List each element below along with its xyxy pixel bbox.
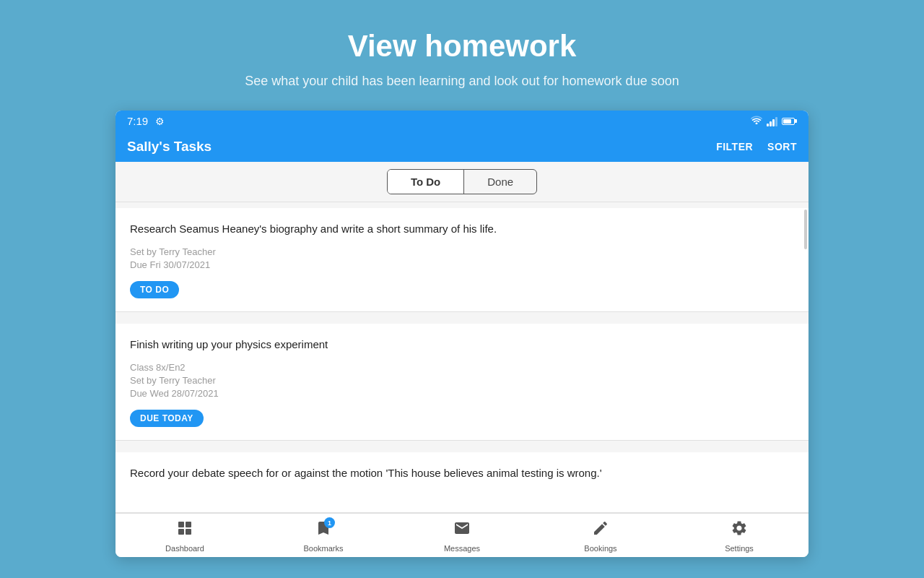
messages-icon	[453, 519, 471, 541]
battery-icon	[782, 118, 797, 125]
bookmarks-label: Bookmarks	[303, 544, 343, 553]
page-title: View homework	[245, 29, 679, 64]
bookmarks-badge: 1	[324, 517, 335, 528]
task-list: Research Seamus Heaney's biography and w…	[116, 202, 808, 513]
status-bar-left: 7:19 ⚙	[127, 115, 165, 127]
settings-icon	[731, 519, 748, 541]
status-time: 7:19	[127, 115, 148, 127]
nav-bookmarks[interactable]: 1 Bookmarks	[295, 519, 352, 553]
app-bar: Sally's Tasks FILTER SORT	[116, 131, 808, 162]
svg-rect-0	[178, 522, 184, 527]
svg-rect-1	[186, 522, 191, 527]
phone-mockup: 7:19 ⚙	[116, 111, 808, 557]
status-bar: 7:19 ⚙	[116, 111, 808, 131]
tab-bar: To Do Done	[116, 162, 808, 202]
wifi-icon	[751, 116, 762, 126]
task-card-3: Record your debate speech for or against…	[116, 452, 808, 513]
messages-label: Messages	[444, 544, 480, 553]
svg-rect-2	[178, 529, 184, 535]
tab-todo[interactable]: To Do	[388, 170, 464, 194]
filter-button[interactable]: FILTER	[716, 141, 753, 152]
sort-button[interactable]: SORT	[767, 141, 797, 152]
task-1-title: Research Seamus Heaney's biography and w…	[130, 221, 794, 236]
bookmarks-icon: 1	[315, 519, 332, 541]
status-bar-right	[751, 116, 797, 126]
page-header: View homework See what your child has be…	[230, 0, 693, 111]
bottom-nav: Dashboard 1 Bookmarks Messages	[116, 513, 808, 557]
task-2-badge: DUE TODAY	[130, 410, 204, 427]
gear-icon: ⚙	[155, 116, 165, 127]
settings-label: Settings	[725, 544, 754, 553]
task-card-1: Research Seamus Heaney's biography and w…	[116, 208, 808, 312]
content-area: Research Seamus Heaney's biography and w…	[116, 202, 808, 513]
divider-1	[116, 312, 808, 318]
task-2-set-by: Set by Terry Teacher	[130, 375, 794, 386]
signal-icon	[767, 116, 777, 126]
nav-bookings[interactable]: Bookings	[572, 519, 629, 553]
nav-settings[interactable]: Settings	[710, 519, 768, 553]
app-bar-title: Sally's Tasks	[127, 139, 212, 155]
scrollbar-indicator[interactable]	[804, 210, 807, 249]
task-2-due: Due Wed 28/07/2021	[130, 388, 794, 399]
task-1-badge: TO DO	[130, 281, 179, 298]
nav-messages[interactable]: Messages	[433, 519, 491, 553]
page-subtitle: See what your child has been learning an…	[245, 74, 679, 89]
bookings-label: Bookings	[584, 544, 616, 553]
dashboard-icon	[176, 519, 193, 541]
tab-group: To Do Done	[387, 169, 537, 194]
task-1-set-by: Set by Terry Teacher	[130, 246, 794, 257]
task-1-due: Due Fri 30/07/2021	[130, 259, 794, 270]
task-card-2: Finish writing up your physics experimen…	[116, 324, 808, 441]
tab-done[interactable]: Done	[464, 170, 536, 194]
bookings-icon	[592, 519, 609, 541]
nav-dashboard[interactable]: Dashboard	[156, 519, 214, 553]
task-2-title: Finish writing up your physics experimen…	[130, 337, 794, 352]
task-3-title: Record your debate speech for or against…	[130, 465, 794, 480]
task-2-class: Class 8x/En2	[130, 362, 794, 373]
divider-2	[116, 441, 808, 447]
app-bar-actions: FILTER SORT	[716, 141, 797, 152]
svg-rect-3	[186, 529, 191, 535]
dashboard-label: Dashboard	[165, 544, 204, 553]
